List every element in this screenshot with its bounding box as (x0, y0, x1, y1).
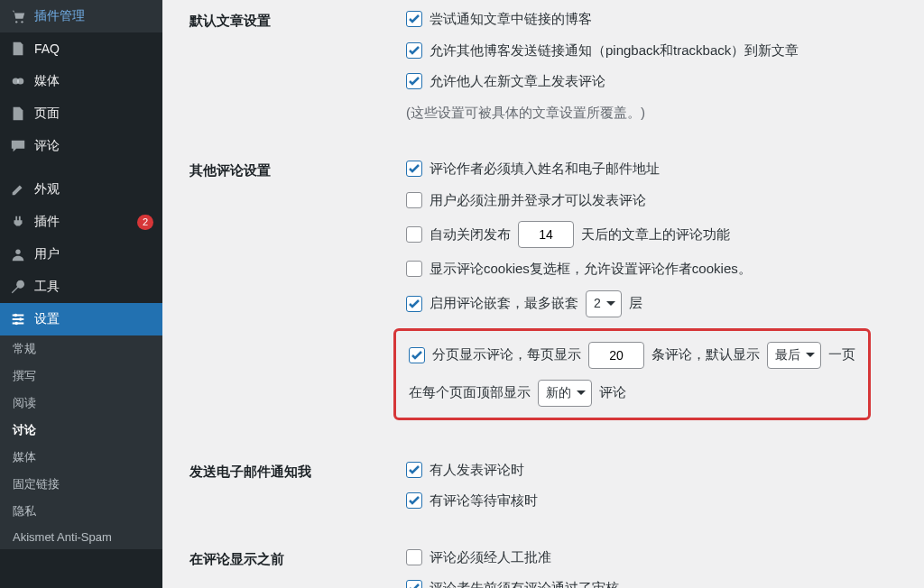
svg-point-6 (19, 317, 23, 321)
option-label: 评论必须经人工批准 (430, 547, 551, 568)
option-label: 有人发表评论时 (430, 460, 524, 481)
document-icon (9, 40, 27, 58)
email-me-settings: 发送电子邮件通知我 有人发表评论时 有评论等待审核时 (189, 460, 906, 522)
page-icon (9, 105, 27, 123)
auto-close-checkbox[interactable] (406, 226, 422, 243)
section-title: 其他评论设置 (189, 159, 406, 179)
section-note: (这些设置可被具体的文章设置所覆盖。) (406, 103, 645, 124)
sub-item-writing[interactable]: 撰写 (0, 363, 162, 390)
cart-icon (9, 7, 27, 25)
page-comments-checkbox[interactable] (409, 347, 425, 363)
comment-icon (9, 137, 27, 155)
previously-approved-checkbox[interactable] (406, 580, 422, 588)
wrench-icon (9, 278, 27, 296)
svg-point-1 (21, 21, 23, 23)
sidebar-item-label: FAQ (34, 41, 153, 56)
sidebar-item-label: 外观 (34, 181, 153, 198)
option-label: 分页显示评论，每页显示 (432, 345, 581, 365)
option-label: 用户必须注册并登录才可以发表评论 (430, 190, 646, 211)
auto-close-days-input[interactable] (518, 221, 574, 248)
allow-pingback-checkbox[interactable] (406, 42, 422, 59)
sub-item-akismet[interactable]: Akismet Anti-Spam (0, 525, 162, 549)
sliders-icon (9, 310, 27, 328)
option-label: 显示评论cookies复选框，允许设置评论作者cookies。 (430, 259, 752, 280)
require-name-email-checkbox[interactable] (406, 161, 422, 177)
user-icon (9, 245, 27, 263)
option-label: 天后的文章上的评论功能 (581, 225, 730, 245)
option-label: 启用评论嵌套，最多嵌套 (430, 293, 578, 314)
update-badge: 2 (137, 215, 153, 230)
sub-item-media[interactable]: 媒体 (0, 444, 162, 471)
default-page-select[interactable]: 最后 (767, 342, 821, 369)
sidebar-item-label: 页面 (34, 106, 153, 122)
sub-item-general[interactable]: 常规 (0, 335, 162, 363)
option-label: 评论者先前须有评论通过了审核 (430, 578, 619, 588)
sidebar-item-label: 设置 (34, 311, 153, 327)
option-label: 允许其他博客发送链接通知（pingback和trackback）到新文章 (430, 41, 799, 61)
notify-linked-checkbox[interactable] (406, 11, 422, 27)
sidebar-item-appearance[interactable]: 外观 (0, 173, 162, 206)
email-on-moderation-checkbox[interactable] (406, 492, 422, 509)
must-register-checkbox[interactable] (406, 192, 422, 208)
comments-per-page-input[interactable] (588, 342, 644, 369)
sub-item-permalinks[interactable]: 固定链接 (0, 471, 162, 498)
sidebar-item-label: 插件管理 (34, 8, 153, 24)
option-label: 允许他人在新文章上发表评论 (430, 71, 605, 92)
section-title: 在评论显示之前 (189, 547, 406, 568)
option-label: 一页 (828, 345, 855, 365)
option-label: 评论 (599, 382, 626, 403)
threaded-comments-checkbox[interactable] (406, 296, 422, 312)
admin-sidebar: 插件管理 FAQ 媒体 页面 评论 外观 插件 2 用户 (0, 0, 162, 588)
section-title: 默认文章设置 (189, 9, 406, 30)
option-label: 评论作者必须填入姓名和电子邮件地址 (430, 159, 660, 179)
plug-icon (9, 213, 27, 231)
comment-order-select[interactable]: 新的 (538, 380, 592, 407)
sidebar-item-comments[interactable]: 评论 (0, 130, 162, 162)
sidebar-item-label: 插件 (34, 214, 132, 230)
sidebar-item-settings[interactable]: 设置 (0, 303, 162, 335)
sub-item-reading[interactable]: 阅读 (0, 390, 162, 417)
sidebar-item-label: 评论 (34, 138, 153, 154)
other-comment-settings: 其他评论设置 评论作者必须填入姓名和电子邮件地址 用户必须注册并登录才可以发表评… (189, 159, 906, 435)
sidebar-item-plugins-manage[interactable]: 插件管理 (0, 0, 162, 32)
sidebar-item-label: 用户 (34, 246, 153, 262)
must-approve-checkbox[interactable] (406, 549, 422, 565)
svg-point-0 (15, 21, 17, 23)
default-article-settings: 默认文章设置 尝试通知文章中链接的博客 允许其他博客发送链接通知（pingbac… (189, 9, 906, 133)
settings-panel: 默认文章设置 尝试通知文章中链接的博客 允许其他博客发送链接通知（pingbac… (162, 0, 924, 588)
option-label: 有评论等待审核时 (430, 491, 538, 511)
sidebar-item-plugins[interactable]: 插件 2 (0, 206, 162, 238)
option-label: 条评论，默认显示 (651, 345, 760, 365)
before-comment-appears: 在评论显示之前 评论必须经人工批准 评论者先前须有评论通过了审核 (189, 547, 906, 589)
svg-point-3 (17, 78, 23, 84)
sidebar-item-label: 工具 (34, 279, 153, 295)
svg-point-7 (14, 322, 18, 326)
sidebar-item-label: 媒体 (34, 73, 153, 89)
highlight-region: 分页显示评论，每页显示 条评论，默认显示 最后 一页 在每个页面顶部显示 新的 … (393, 328, 871, 420)
option-label: 自动关闭发布 (430, 225, 511, 245)
option-label: 尝试通知文章中链接的博客 (430, 9, 592, 30)
email-on-comment-checkbox[interactable] (406, 462, 422, 478)
sub-item-privacy[interactable]: 隐私 (0, 498, 162, 525)
sidebar-item-tools[interactable]: 工具 (0, 271, 162, 303)
section-title: 发送电子邮件通知我 (189, 460, 406, 481)
svg-point-5 (14, 314, 18, 317)
sidebar-item-users[interactable]: 用户 (0, 238, 162, 271)
sidebar-item-faq[interactable]: FAQ (0, 32, 162, 65)
option-label: 在每个页面顶部显示 (409, 382, 531, 403)
option-label: 层 (629, 293, 642, 314)
sidebar-item-media[interactable]: 媒体 (0, 65, 162, 97)
sidebar-item-pages[interactable]: 页面 (0, 97, 162, 130)
cookies-optin-checkbox[interactable] (406, 261, 422, 277)
sub-item-discussion[interactable]: 讨论 (0, 417, 162, 444)
settings-submenu: 常规 撰写 阅读 讨论 媒体 固定链接 隐私 Akismet Anti-Spam (0, 335, 162, 549)
thread-depth-select[interactable]: 2 (586, 290, 622, 317)
allow-comments-checkbox[interactable] (406, 73, 422, 89)
svg-point-4 (15, 250, 20, 254)
brush-icon (9, 180, 27, 198)
media-icon (9, 72, 27, 90)
